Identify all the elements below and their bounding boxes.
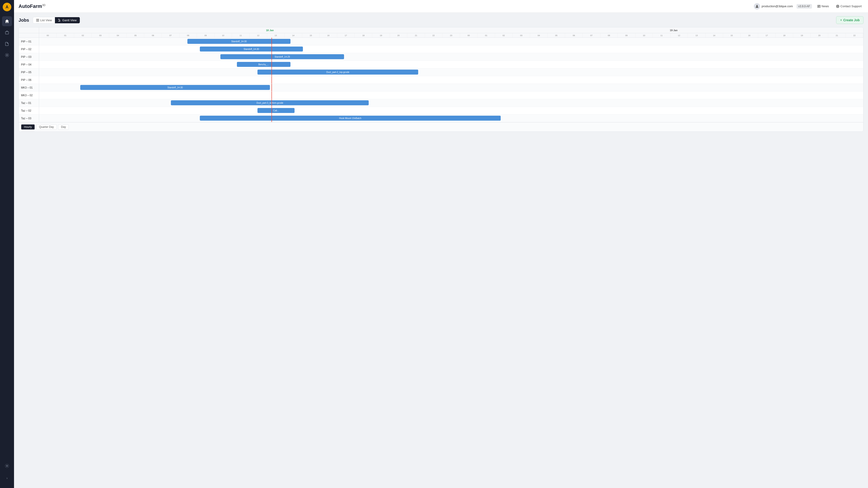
gantt-rows: PIP – 01Standoff_14-30PIP – 02Standoff_1… — [19, 38, 863, 122]
hour-cell: 02 — [495, 33, 513, 37]
svg-point-4 — [6, 465, 8, 466]
gantt-bar[interactable]: Benchy_... — [237, 62, 290, 67]
hour-cell: 02 — [74, 33, 92, 37]
gantt-bar[interactable]: Hook Mount 10xBatch — [200, 116, 501, 121]
sidebar: A — [0, 0, 14, 488]
topbar: AutoFarm3D production@3dque.com v3.9.0-A… — [14, 0, 868, 13]
hour-cell: 05 — [127, 33, 145, 37]
hour-cell: 20 — [390, 33, 408, 37]
today-line — [272, 92, 272, 99]
hour-cell: 09 — [197, 33, 215, 37]
sidebar-item-jobs[interactable] — [2, 28, 12, 37]
svg-point-5 — [756, 5, 758, 6]
gantt-row: Taz – 01Duct_part-3_bottom.gcode — [19, 99, 863, 107]
svg-rect-13 — [59, 20, 60, 20]
gantt-bar[interactable]: Standoff_14-30 — [80, 85, 270, 90]
today-line — [272, 61, 272, 68]
hour-cell: 10 — [636, 33, 653, 37]
time-scale-hourly[interactable]: Hourly — [21, 124, 35, 130]
view-tabs: List View Gantt View — [33, 17, 80, 24]
main-content: AutoFarm3D production@3dque.com v3.9.0-A… — [14, 0, 868, 488]
hour-cell: 22 — [425, 33, 442, 37]
gantt-row: Taz – 02Cali... — [19, 107, 863, 115]
hour-cell: 03 — [513, 33, 530, 37]
row-label: PIP – 02 — [19, 45, 39, 53]
time-scale-day[interactable]: Day — [58, 124, 69, 130]
gantt-row: PIP – 05Duct_part-2_top.gcode — [19, 68, 863, 76]
gantt-view-icon — [58, 19, 61, 22]
hour-cell: 06 — [565, 33, 583, 37]
topbar-right: production@3dque.com v3.9.0-AF News Cont… — [754, 3, 864, 9]
gantt-footer: HourlyQuarter DayDay — [19, 122, 863, 131]
hour-cell: 13 — [688, 33, 706, 37]
time-scale-quarter-day[interactable]: Quarter Day — [36, 124, 57, 130]
svg-rect-14 — [58, 21, 60, 22]
hour-header: 0001020304050607080910111213141516171819… — [19, 33, 863, 38]
gantt-row: PIP – 06 — [19, 76, 863, 84]
hour-cell: 07 — [583, 33, 600, 37]
row-timeline: Benchy_... — [39, 61, 863, 68]
hour-cell: 14 — [285, 33, 302, 37]
gantt-bar[interactable]: Duct_part-2_top.gcode — [257, 70, 418, 74]
user-profile[interactable]: production@3dque.com — [754, 3, 793, 9]
hour-cell: 19 — [793, 33, 811, 37]
row-timeline: Standoff_14-29 — [39, 53, 863, 61]
svg-point-3 — [6, 55, 8, 56]
tab-gantt-view[interactable]: Gantt View — [55, 17, 80, 23]
gantt-scroll[interactable]: 18 Jan 19 Jan 00010203040506070809101112… — [19, 27, 863, 122]
today-line — [272, 107, 272, 114]
logo[interactable]: A — [3, 3, 11, 12]
news-button[interactable]: News — [815, 4, 831, 9]
row-timeline: Duct_part-2_top.gcode — [39, 68, 863, 76]
sidebar-item-analytics[interactable] — [2, 50, 12, 60]
version-badge: v3.9.0-AF — [797, 4, 812, 8]
today-line — [272, 84, 272, 91]
svg-rect-12 — [58, 19, 60, 20]
hour-cell: 03 — [92, 33, 110, 37]
row-label: PIP – 05 — [19, 68, 39, 76]
sidebar-nav — [2, 16, 12, 461]
gantt-row: PIP – 04Benchy_... — [19, 61, 863, 68]
svg-point-8 — [837, 6, 838, 7]
hour-cell: 12 — [671, 33, 688, 37]
sidebar-item-files[interactable] — [2, 39, 12, 49]
today-line — [272, 45, 272, 53]
row-timeline: Hook Mount 10xBatch — [39, 115, 863, 122]
gantt-bar[interactable]: Cali... — [257, 108, 294, 113]
today-line — [272, 53, 272, 61]
hour-cell: 11 — [232, 33, 250, 37]
row-label: PIP – 06 — [19, 76, 39, 84]
row-label: Taz – 01 — [19, 99, 39, 107]
hour-cell: 23 — [442, 33, 460, 37]
date-label-right: 19 Jan — [670, 29, 677, 32]
gantt-bar[interactable]: Standoff_14-29 — [220, 54, 344, 59]
hour-cell: 12 — [250, 33, 267, 37]
time-scale-controls: HourlyQuarter DayDay — [21, 124, 70, 130]
row-label: Taz – 03 — [19, 115, 39, 122]
gantt-bar[interactable]: Duct_part-3_bottom.gcode — [171, 100, 369, 105]
news-icon — [817, 5, 820, 8]
support-button[interactable]: Contact Support — [834, 4, 864, 9]
svg-rect-9 — [36, 19, 39, 20]
app-title: AutoFarm3D — [19, 3, 754, 9]
create-job-button[interactable]: + Create Job — [836, 16, 864, 24]
today-line — [272, 68, 272, 76]
gantt-chart: 18 Jan 19 Jan 00010203040506070809101112… — [19, 27, 863, 122]
gantt-bar[interactable]: Standoff_14-30 — [187, 39, 290, 44]
gantt-bar[interactable]: Standoff_14-30 — [200, 46, 303, 52]
hour-cell: 18 — [355, 33, 372, 37]
hour-cell: 20 — [811, 33, 828, 37]
hour-cell: 04 — [109, 33, 127, 37]
sidebar-item-home[interactable] — [2, 16, 12, 26]
today-line — [272, 76, 272, 84]
hour-cell: 16 — [741, 33, 758, 37]
jobs-header: Jobs List View Gantt Vie — [19, 16, 864, 24]
sidebar-item-settings[interactable] — [2, 461, 12, 471]
hour-cell: 15 — [302, 33, 320, 37]
hour-cell: 00 — [460, 33, 477, 37]
tab-list-view[interactable]: List View — [33, 17, 55, 23]
hour-cell: 05 — [548, 33, 565, 37]
hour-cell: 07 — [162, 33, 180, 37]
sidebar-expand-button[interactable]: › — [2, 473, 12, 483]
hour-cell: 10 — [215, 33, 232, 37]
